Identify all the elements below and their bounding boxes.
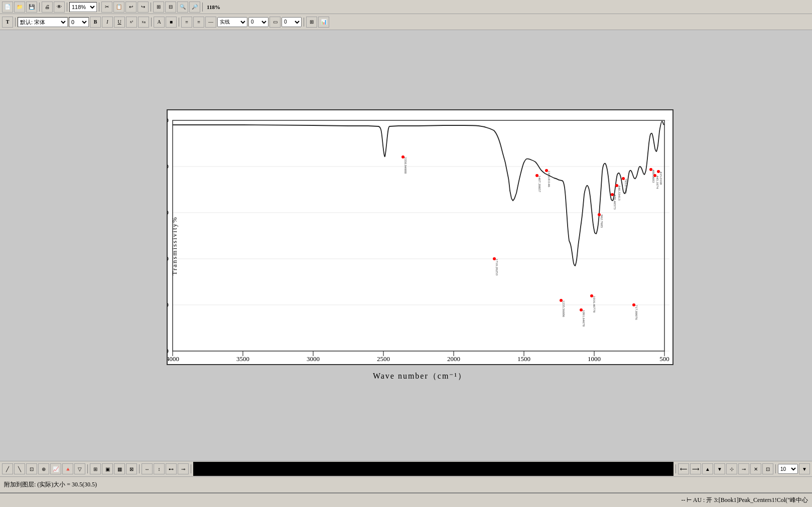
main-area: Transmissivity% 100 90 80	[0, 30, 812, 461]
svg-text:80: 80	[167, 209, 169, 216]
svg-text:500: 500	[659, 355, 669, 363]
color-btn[interactable]: A	[154, 17, 165, 28]
svg-rect-20	[173, 120, 664, 351]
action-7[interactable]: ✕	[750, 463, 761, 474]
tb-7[interactable]: ↩	[125, 2, 137, 13]
bg-btn[interactable]: ■	[166, 17, 177, 28]
peak-label-870: 870.40573	[613, 195, 617, 210]
font-select[interactable]: 默认: 宋体	[18, 17, 68, 27]
status-right: -- ⊢ AU : 开 3:[Book1]Peak_Centers1!Col("…	[681, 496, 808, 504]
italic-btn[interactable]: I	[102, 17, 113, 28]
tb-6[interactable]: 📋	[113, 2, 124, 13]
svg-text:50: 50	[167, 347, 169, 355]
action-4[interactable]: ▼	[714, 463, 725, 474]
sep-d2	[139, 464, 140, 473]
progress-bar	[193, 462, 673, 476]
draw-11[interactable]: ⊠	[126, 463, 137, 474]
peak-label-717: 717.89976	[634, 305, 638, 320]
align-left[interactable]: ≡	[181, 17, 192, 28]
tb-9[interactable]: ⊞	[153, 2, 164, 13]
status-bar-top: 附加到图层: (实际)大小 = 30.5(30.5)	[0, 477, 812, 493]
text-tool[interactable]: T	[2, 17, 13, 28]
tb-8[interactable]: ↪	[138, 2, 149, 13]
sub-btn[interactable]: x₂	[138, 17, 149, 28]
peak-label-1407: 1407.39857	[537, 176, 542, 193]
bold-btn[interactable]: B	[90, 17, 101, 28]
peak-label-840: 840.33413	[617, 186, 621, 201]
toolbar-icon-2[interactable]: 📁	[14, 2, 25, 13]
draw-8[interactable]: ⊞	[90, 463, 101, 474]
peak-label-1340: 1340.81146	[547, 171, 551, 187]
draw-5[interactable]: 📈	[50, 463, 61, 474]
draw-3[interactable]: ⊡	[26, 463, 37, 474]
fill-select[interactable]: 0	[282, 17, 302, 27]
peak-label-793: 793.07876	[624, 179, 628, 194]
zoom-select[interactable]: 118%	[69, 2, 97, 12]
draw-1[interactable]: ╱	[2, 463, 13, 474]
tb-11[interactable]: 🔍	[177, 2, 188, 13]
toolbar-top[interactable]: 📄 📁 💾 🖨 👁 118% ✂ 📋 ↩ ↪ ⊞ ⊟ 🔍 🔎 118%	[0, 0, 812, 14]
num-down[interactable]: ▼	[799, 463, 810, 474]
tb-10[interactable]: ⊟	[165, 2, 176, 13]
action-1[interactable]: ⟵	[678, 463, 689, 474]
draw-9[interactable]: ▣	[102, 463, 113, 474]
peak-label-445: 445.1074	[655, 176, 659, 189]
line-size-select[interactable]: 0	[248, 17, 268, 27]
draw-13[interactable]: ↕	[154, 463, 165, 474]
svg-text:70: 70	[167, 255, 169, 262]
draw-4[interactable]: ⊕	[38, 463, 49, 474]
num-select[interactable]: 10	[778, 464, 798, 474]
status-text: 附加到图层: (实际)大小 = 30.5(30.5)	[4, 480, 97, 489]
table-btn[interactable]: ⊞	[306, 17, 317, 28]
graph-btn[interactable]: 📊	[318, 17, 329, 28]
toolbar-icon-1[interactable]: 📄	[2, 2, 13, 13]
draw-6[interactable]: 🔺	[62, 463, 73, 474]
fill-btn[interactable]: ▭	[269, 17, 281, 28]
draw-12[interactable]: ↔	[142, 463, 153, 474]
tb-12[interactable]: 🔎	[189, 2, 200, 13]
draw-7[interactable]: ▽	[74, 463, 85, 474]
svg-text:4000: 4000	[167, 355, 179, 363]
chart-wrapper: Transmissivity% 100 90 80	[139, 109, 673, 382]
sep-t3	[179, 18, 179, 27]
size-select[interactable]: 0	[69, 17, 89, 27]
sep-d1	[87, 464, 88, 473]
sep-t4	[304, 18, 304, 27]
underline-btn[interactable]: U	[114, 17, 125, 28]
toolbar-drawing[interactable]: ╱ ╲ ⊡ ⊕ 📈 🔺 ▽ ⊞ ▣ ▦ ⊠ ↔ ↕ ⊷ ⊸ ⟵ ⟶ ▲ ▼ ⊹ …	[0, 461, 812, 477]
sep-d3	[191, 464, 191, 473]
action-2[interactable]: ⟶	[690, 463, 701, 474]
separator-4	[151, 3, 151, 12]
sep-d5	[775, 464, 776, 473]
peak-label-1016: 1016.46778	[592, 296, 596, 313]
action-8[interactable]: ⊡	[762, 463, 773, 474]
tb-5[interactable]: ✂	[101, 2, 112, 13]
svg-text:3000: 3000	[307, 355, 320, 363]
separator-3	[99, 3, 99, 12]
peak-label-962: 962.7685	[600, 215, 604, 228]
svg-text:2000: 2000	[447, 355, 460, 363]
status-right-text: -- ⊢ AU : 开 3:[Book1]Peak_Centers1!Col("…	[681, 496, 808, 504]
action-5[interactable]: ⊹	[726, 463, 737, 474]
align-center[interactable]: ≡	[193, 17, 204, 28]
svg-text:3500: 3500	[236, 355, 249, 363]
toolbar-second[interactable]: T 默认: 宋体 0 B I U x² x₂ A ■ ≡ ≡ — 实线 0 ▭ …	[0, 14, 812, 30]
action-6[interactable]: ⊸	[738, 463, 749, 474]
draw-2[interactable]: ╲	[14, 463, 25, 474]
draw-14[interactable]: ⊷	[166, 463, 177, 474]
svg-text:100: 100	[167, 116, 169, 124]
svg-text:1500: 1500	[517, 355, 530, 363]
peak-label-1710: 1710.26253	[495, 259, 499, 276]
toolbar-icon-5[interactable]: 👁	[54, 2, 65, 13]
line-btn[interactable]: —	[205, 17, 216, 28]
super-btn[interactable]: x²	[126, 17, 137, 28]
draw-15[interactable]: ⊸	[178, 463, 189, 474]
separator-2	[67, 3, 67, 12]
toolbar-icon-3[interactable]: 💾	[26, 2, 37, 13]
draw-10[interactable]: ▦	[114, 463, 125, 474]
toolbar-icon-4[interactable]: 🖨	[42, 2, 53, 13]
separator-1	[39, 3, 40, 12]
peak-label-1091: 1091.64678	[582, 310, 586, 327]
action-3[interactable]: ▲	[702, 463, 713, 474]
line-style-select[interactable]: 实线	[217, 17, 247, 27]
